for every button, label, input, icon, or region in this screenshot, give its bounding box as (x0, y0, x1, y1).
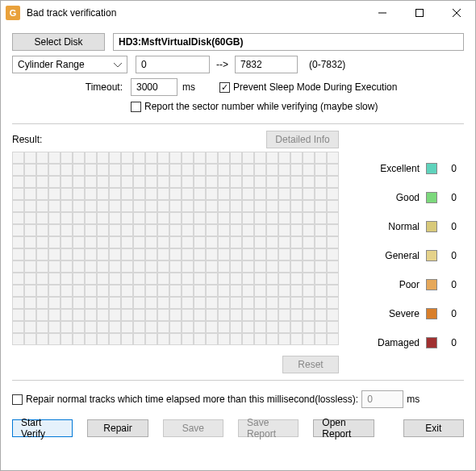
sector-cell (145, 248, 157, 261)
save-button[interactable]: Save (163, 419, 223, 437)
sector-cell (230, 333, 242, 345)
sector-cell (109, 212, 121, 224)
sector-cell (206, 164, 218, 176)
sector-cell (278, 261, 290, 273)
sector-cell (145, 236, 157, 248)
sector-cell (194, 273, 206, 285)
repair-button[interactable]: Repair (87, 419, 148, 437)
timeout-input[interactable] (131, 78, 177, 96)
sector-cell (24, 333, 36, 345)
sector-cell (218, 273, 230, 285)
sector-cell (73, 297, 85, 309)
sector-cell (206, 176, 218, 188)
sector-cell (206, 309, 218, 321)
sector-cell (206, 297, 218, 309)
select-disk-button[interactable]: Select Disk (12, 33, 105, 51)
sector-cell (242, 152, 254, 164)
sector-cell (157, 297, 169, 309)
close-button[interactable] (438, 1, 475, 25)
reset-button[interactable]: Reset (282, 356, 339, 373)
sector-cell (242, 297, 254, 309)
sector-cell (48, 321, 61, 333)
detailed-info-button[interactable]: Detailed Info (266, 131, 339, 148)
sector-cell (206, 248, 218, 261)
timeout-label: Timeout: (12, 81, 127, 93)
maximize-icon (415, 9, 424, 17)
sector-cell (230, 152, 242, 164)
sector-cell (12, 164, 24, 176)
report-sector-label: Report the sector number while verifying… (144, 101, 378, 112)
sector-cell (230, 164, 242, 176)
sector-cell (36, 321, 48, 333)
sector-cell (278, 236, 290, 248)
sector-cell (327, 212, 339, 224)
prevent-sleep-checkbox[interactable] (219, 82, 230, 93)
start-verify-button[interactable]: Start Verify (12, 419, 73, 437)
sector-cell (254, 273, 266, 285)
sector-cell (12, 297, 24, 309)
sector-cell (61, 164, 73, 176)
sector-cell (85, 224, 97, 236)
repair-tracks-checkbox[interactable] (12, 394, 23, 405)
sector-cell (85, 309, 97, 321)
sector-cell (48, 248, 61, 261)
sector-cell (97, 188, 109, 200)
sector-cell (315, 333, 327, 345)
sector-cell (157, 224, 169, 236)
sector-cell (24, 297, 36, 309)
sector-cell (73, 176, 85, 188)
sector-cell (12, 176, 24, 188)
open-report-button[interactable]: Open Report (313, 419, 374, 437)
report-sector-checkbox[interactable] (131, 102, 141, 112)
sector-cell (61, 297, 73, 309)
sector-cell (182, 309, 194, 321)
maximize-button[interactable] (401, 1, 438, 25)
sector-cell (36, 261, 48, 273)
cylinder-range-combo[interactable]: Cylinder Range (12, 56, 127, 73)
sector-cell (121, 188, 133, 200)
sector-cell (121, 224, 133, 236)
sector-cell (194, 333, 206, 345)
sector-cell (133, 285, 145, 297)
sector-cell (303, 309, 315, 321)
sector-cell (97, 236, 109, 248)
sector-cell (85, 321, 97, 333)
sector-cell (278, 224, 290, 236)
legend-count: 0 (444, 250, 464, 261)
sector-cell (169, 309, 182, 321)
sector-cell (97, 321, 109, 333)
sector-cell (12, 248, 24, 261)
sector-cell (242, 164, 254, 176)
cylinder-from-input[interactable] (136, 56, 210, 73)
cylinder-to-input[interactable] (235, 56, 298, 73)
sector-cell (145, 212, 157, 224)
sector-cell (169, 152, 182, 164)
sector-cell (169, 188, 182, 200)
sector-cell (303, 285, 315, 297)
sector-cell (36, 152, 48, 164)
sector-cell (218, 248, 230, 261)
sector-cell (315, 309, 327, 321)
sector-cell (121, 152, 133, 164)
sector-cell (290, 188, 303, 200)
sector-cell (61, 321, 73, 333)
legend-row: Good0 (359, 192, 464, 203)
sector-cell (109, 285, 121, 297)
sector-cell (48, 224, 61, 236)
sector-cell (121, 333, 133, 345)
sector-cell (169, 236, 182, 248)
sector-cell (218, 188, 230, 200)
repair-ms-input[interactable] (361, 390, 403, 408)
sector-cell (36, 285, 48, 297)
sector-cell (182, 297, 194, 309)
sector-cell (121, 261, 133, 273)
sector-cell (182, 200, 194, 212)
legend-count: 0 (444, 192, 464, 203)
sector-cell (242, 200, 254, 212)
cylinder-range-hint: (0-7832) (309, 59, 345, 70)
sector-grid (12, 152, 339, 349)
save-report-button[interactable]: Save Report (238, 419, 299, 437)
exit-button[interactable]: Exit (403, 419, 464, 437)
sector-cell (85, 176, 97, 188)
minimize-button[interactable] (364, 1, 401, 25)
